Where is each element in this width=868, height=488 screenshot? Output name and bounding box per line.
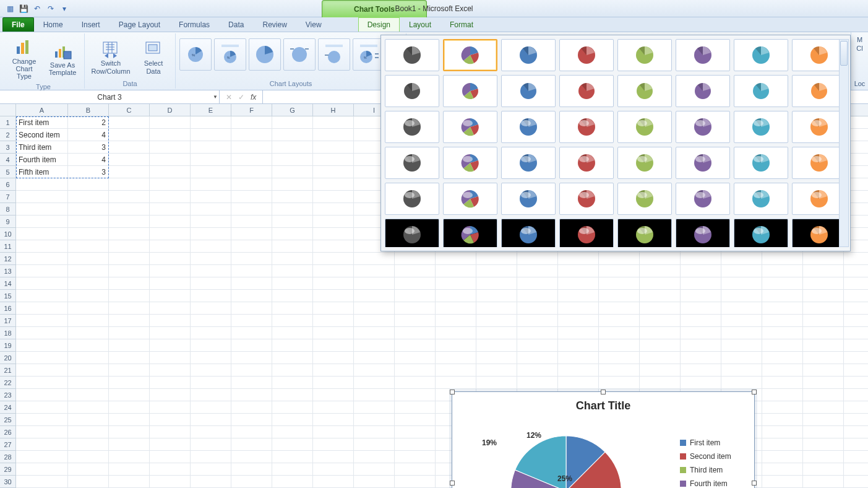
cell[interactable] [313,191,354,203]
row-header-27[interactable]: 27 [0,438,16,451]
cell[interactable] [191,302,231,315]
cell[interactable] [681,315,721,327]
gallery-scrollbar[interactable] [839,39,849,247]
cell[interactable] [395,327,436,339]
resize-handle[interactable] [450,481,455,486]
cell[interactable] [517,352,558,364]
cell[interactable] [558,265,599,277]
cell[interactable] [599,253,640,265]
cell[interactable] [109,116,150,129]
cell[interactable] [191,141,231,154]
cell[interactable] [762,451,803,463]
cell[interactable] [272,116,313,129]
cell[interactable] [150,352,191,364]
cell[interactable] [231,228,272,240]
cell[interactable] [16,364,68,377]
cell[interactable] [436,352,476,364]
cell[interactable] [436,265,476,277]
cell[interactable] [272,240,313,253]
cell[interactable] [231,178,272,191]
cell[interactable] [640,327,681,339]
chart-style-44[interactable] [559,219,614,247]
cell[interactable] [231,141,272,154]
cell[interactable] [272,414,313,426]
chart-style-36[interactable] [559,183,614,215]
cell[interactable] [354,401,395,414]
row-header-14[interactable]: 14 [0,277,16,290]
cell[interactable] [313,129,354,141]
cell[interactable] [109,438,150,451]
cell[interactable] [436,327,476,339]
cell[interactable] [395,476,436,488]
row-header-26[interactable]: 26 [0,426,16,438]
cell[interactable] [68,315,109,327]
cell[interactable] [681,339,721,352]
cell[interactable] [191,116,231,129]
chart-style-2[interactable] [443,39,497,71]
chart-style-4[interactable] [559,39,614,71]
row-header-21[interactable]: 21 [0,364,16,377]
cell[interactable] [395,377,436,389]
change-chart-type-button[interactable]: Change Chart Type [6,35,42,82]
cell[interactable] [272,352,313,364]
chart-style-32[interactable] [792,147,846,179]
cell[interactable] [272,290,313,302]
cell[interactable] [231,129,272,141]
row-header-22[interactable]: 22 [0,377,16,389]
cell[interactable] [354,476,395,488]
cell[interactable] [803,401,844,414]
select-data-button[interactable]: Select Data [135,37,171,76]
undo-icon[interactable]: ↶ [32,4,42,14]
cell[interactable] [16,265,68,277]
cell[interactable] [68,463,109,476]
cell[interactable] [109,178,150,191]
chart-style-41[interactable] [385,219,439,247]
cell[interactable] [313,426,354,438]
tab-review[interactable]: Review [253,17,296,32]
cell[interactable] [395,364,436,377]
cell[interactable] [313,178,354,191]
cell[interactable] [191,166,231,178]
cell[interactable] [395,401,436,414]
cell[interactable] [231,216,272,228]
row-header-19[interactable]: 19 [0,339,16,352]
cell[interactable] [313,327,354,339]
cell[interactable] [231,327,272,339]
cell[interactable] [16,228,68,240]
resize-handle[interactable] [601,390,606,394]
cell[interactable] [191,389,231,401]
chart-layout-4[interactable] [283,38,316,71]
cell[interactable] [803,451,844,463]
cell[interactable] [721,290,762,302]
cell[interactable] [16,463,68,476]
chart-style-38[interactable] [676,183,730,215]
cell[interactable] [231,253,272,265]
row-header-1[interactable]: 1 [0,116,16,129]
cell[interactable] [558,277,599,290]
cell[interactable] [109,414,150,426]
cell[interactable] [16,290,68,302]
cell[interactable] [354,352,395,364]
cell[interactable] [354,377,395,389]
cell[interactable] [681,265,721,277]
cell[interactable] [231,302,272,315]
column-header-G[interactable]: G [272,104,313,116]
cell[interactable] [272,253,313,265]
chart-style-11[interactable] [501,75,556,107]
cell[interactable] [354,277,395,290]
chart-style-13[interactable] [617,75,672,107]
cell[interactable] [558,352,599,364]
column-header-D[interactable]: D [150,104,191,116]
cell[interactable] [762,377,803,389]
cell[interactable] [395,290,436,302]
cell[interactable] [109,476,150,488]
chart-style-15[interactable] [734,75,788,107]
cell[interactable] [109,377,150,389]
cell[interactable] [68,401,109,414]
enter-icon[interactable]: ✓ [238,93,244,102]
cell[interactable] [231,377,272,389]
cell[interactable] [313,203,354,216]
cell[interactable] [803,426,844,438]
cell[interactable] [109,339,150,352]
cell[interactable] [272,438,313,451]
